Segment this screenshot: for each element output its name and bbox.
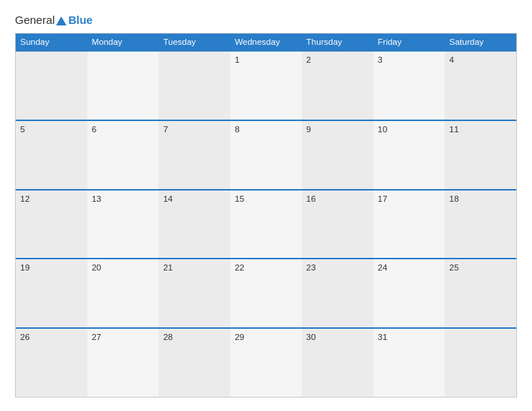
week-row-3: 12131415161718 xyxy=(16,189,516,259)
day-cell: 20 xyxy=(87,259,159,327)
day-number: 20 xyxy=(92,263,102,272)
day-cell: 25 xyxy=(445,259,516,327)
day-cell: 7 xyxy=(158,121,230,189)
day-cell: 12 xyxy=(16,191,87,259)
day-number: 16 xyxy=(306,194,316,203)
day-number: 3 xyxy=(378,55,383,64)
day-number: 13 xyxy=(92,194,102,203)
day-cell: 15 xyxy=(230,191,302,259)
day-number: 21 xyxy=(163,263,173,272)
weeks-container: 1234567891011121314151617181920212223242… xyxy=(16,50,516,397)
day-number: 24 xyxy=(378,263,388,272)
logo: General Blue xyxy=(15,13,93,25)
day-number: 11 xyxy=(449,125,459,134)
day-cell: 29 xyxy=(230,329,302,397)
day-number: 6 xyxy=(92,125,96,134)
day-number: 4 xyxy=(449,55,454,64)
day-cell xyxy=(158,52,230,120)
day-cell: 28 xyxy=(158,329,230,397)
day-cell: 4 xyxy=(445,52,516,120)
week-row-1: 1234 xyxy=(16,50,516,120)
day-number: 31 xyxy=(378,333,388,342)
day-header-saturday: Saturday xyxy=(445,34,516,50)
logo-triangle-icon xyxy=(56,16,66,25)
day-cell: 2 xyxy=(302,52,374,120)
day-cell: 19 xyxy=(16,259,87,327)
day-number: 23 xyxy=(306,263,316,272)
day-cell xyxy=(16,52,87,120)
day-header-monday: Monday xyxy=(87,34,159,50)
day-cell: 17 xyxy=(374,191,445,259)
day-number: 30 xyxy=(306,333,316,342)
logo-blue-text: Blue xyxy=(68,14,93,25)
day-number: 19 xyxy=(20,263,30,272)
day-cell: 14 xyxy=(158,191,230,259)
day-cell: 1 xyxy=(230,52,302,120)
calendar-grid: SundayMondayTuesdayWednesdayThursdayFrid… xyxy=(15,33,517,398)
day-cell: 11 xyxy=(445,121,516,189)
day-number: 29 xyxy=(235,333,244,342)
day-number: 27 xyxy=(92,333,102,342)
day-cell: 31 xyxy=(374,329,445,397)
day-number: 7 xyxy=(163,125,167,134)
day-number: 12 xyxy=(20,194,30,203)
day-number: 5 xyxy=(20,125,25,134)
day-cell: 30 xyxy=(302,329,374,397)
day-cell: 27 xyxy=(87,329,159,397)
day-header-friday: Friday xyxy=(374,34,445,50)
day-headers-row: SundayMondayTuesdayWednesdayThursdayFrid… xyxy=(16,34,516,50)
week-row-4: 19202122232425 xyxy=(16,258,516,327)
day-cell xyxy=(445,329,516,397)
day-cell: 26 xyxy=(16,329,87,397)
day-number: 26 xyxy=(20,333,30,342)
day-number: 28 xyxy=(163,333,173,342)
day-number: 14 xyxy=(163,194,173,203)
day-cell: 10 xyxy=(374,121,445,189)
day-cell xyxy=(87,52,159,120)
day-number: 17 xyxy=(378,194,388,203)
week-row-2: 567891011 xyxy=(16,120,516,189)
day-cell: 5 xyxy=(16,121,87,189)
day-number: 10 xyxy=(378,125,388,134)
day-cell: 8 xyxy=(230,121,302,189)
day-header-sunday: Sunday xyxy=(16,34,87,50)
day-cell: 21 xyxy=(158,259,230,327)
day-number: 18 xyxy=(449,194,459,203)
day-cell: 22 xyxy=(230,259,302,327)
day-number: 1 xyxy=(235,55,239,64)
day-header-tuesday: Tuesday xyxy=(158,34,230,50)
day-header-thursday: Thursday xyxy=(302,34,374,50)
day-number: 22 xyxy=(235,263,244,272)
day-cell: 16 xyxy=(302,191,374,259)
day-cell: 13 xyxy=(87,191,159,259)
day-cell: 3 xyxy=(374,52,445,120)
day-number: 2 xyxy=(306,55,311,64)
day-number: 9 xyxy=(306,125,311,134)
day-number: 8 xyxy=(235,125,239,134)
day-header-wednesday: Wednesday xyxy=(230,34,302,50)
calendar-page: General Blue SundayMondayTuesdayWednesda… xyxy=(0,0,532,411)
day-number: 15 xyxy=(235,194,244,203)
day-cell: 18 xyxy=(445,191,516,259)
week-row-5: 262728293031 xyxy=(16,327,516,397)
day-cell: 6 xyxy=(87,121,159,189)
day-cell: 24 xyxy=(374,259,445,327)
day-number: 25 xyxy=(449,263,459,272)
logo-general-text: General xyxy=(15,14,55,25)
day-cell: 23 xyxy=(302,259,374,327)
header: General Blue xyxy=(15,13,517,25)
day-cell: 9 xyxy=(302,121,374,189)
